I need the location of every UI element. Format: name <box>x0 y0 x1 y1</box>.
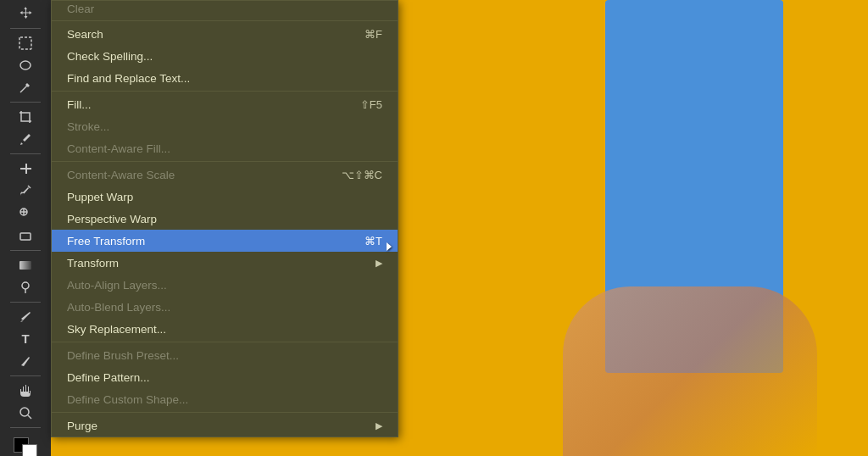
menu-item-content-aware-scale[interactable]: Content-Aware Scale ⌥⇧⌘C <box>52 164 398 186</box>
menu-separator-1 <box>52 91 398 92</box>
svg-rect-6 <box>19 261 31 270</box>
menu-item-content-aware-fill[interactable]: Content-Aware Fill... <box>52 137 398 159</box>
menu-item-puppet-warp-label: Puppet Warp <box>67 191 382 203</box>
dodge-tool[interactable] <box>10 277 41 298</box>
svg-point-1 <box>20 61 31 70</box>
menu-item-define-pattern[interactable]: Define Pattern... <box>52 366 398 388</box>
menu-item-find-replace-label: Find and Replace Text... <box>67 72 382 85</box>
type-tool[interactable]: T <box>10 329 41 349</box>
menu-separator-2 <box>52 161 398 162</box>
menu-item-perspective-warp-label: Perspective Warp <box>67 213 382 225</box>
menu-item-check-spelling[interactable]: Check Spelling... <box>52 45 398 67</box>
menu-separator-3 <box>52 342 398 342</box>
clone-tool[interactable] <box>10 203 41 224</box>
menu-item-define-brush-label: Define Brush Preset... <box>67 349 382 362</box>
tool-separator-2 <box>10 102 41 103</box>
menu-item-search[interactable]: Search ⌘F <box>52 23 398 45</box>
path-select-tool[interactable] <box>10 351 41 371</box>
menu-item-check-spelling-label: Check Spelling... <box>67 50 382 63</box>
svg-point-8 <box>20 408 29 416</box>
menu-separator-4 <box>52 412 398 413</box>
tool-separator-7 <box>10 427 41 428</box>
tool-separator-3 <box>10 153 41 154</box>
menu-item-sky-replacement-label: Sky Replacement... <box>67 323 382 336</box>
menu-item-define-pattern-label: Define Pattern... <box>67 371 382 384</box>
select-tool[interactable] <box>10 33 41 53</box>
tool-separator-4 <box>10 250 41 251</box>
menu-item-content-aware-fill-label: Content-Aware Fill... <box>67 142 382 155</box>
hand-area <box>563 286 817 456</box>
magic-wand-tool[interactable] <box>10 77 41 97</box>
menu-item-purge[interactable]: Purge ▶ <box>52 414 398 437</box>
brush-tool[interactable] <box>10 181 41 201</box>
menu-item-define-brush[interactable]: Define Brush Preset... <box>52 344 398 366</box>
svg-rect-0 <box>19 37 31 49</box>
menu-separator-top <box>52 20 398 21</box>
menu-item-puppet-warp[interactable]: Puppet Warp <box>52 186 398 208</box>
svg-point-7 <box>22 282 29 289</box>
menu-item-search-shortcut: ⌘F <box>364 28 382 41</box>
menu-item-auto-blend-label: Auto-Blend Layers... <box>67 301 382 314</box>
crop-tool[interactable] <box>10 107 41 127</box>
menu-item-transform-label: Transform <box>67 257 367 270</box>
menu-item-perspective-warp[interactable]: Perspective Warp <box>52 208 398 230</box>
tool-separator-5 <box>10 302 41 303</box>
menu-item-free-transform-label: Free Transform <box>67 235 348 247</box>
photoshop-toolbar: T <box>0 0 51 456</box>
edit-dropdown-menu: Clear Search ⌘F Check Spelling... Find a… <box>51 0 398 437</box>
menu-item-define-custom-shape[interactable]: Define Custom Shape... <box>52 388 398 410</box>
menu-item-stroke[interactable]: Stroke... <box>52 115 398 137</box>
color-swatches[interactable] <box>10 436 41 456</box>
menu-item-sky-replacement[interactable]: Sky Replacement... <box>52 318 398 340</box>
menu-item-transform-arrow: ▶ <box>376 258 382 269</box>
menu-item-purge-arrow: ▶ <box>376 420 382 431</box>
eraser-tool[interactable] <box>10 225 41 246</box>
menu-item-auto-align-label: Auto-Align Layers... <box>67 279 382 292</box>
lasso-tool[interactable] <box>10 55 41 75</box>
menu-item-define-custom-shape-label: Define Custom Shape... <box>67 393 382 406</box>
menu-item-find-replace[interactable]: Find and Replace Text... <box>52 67 398 89</box>
tool-separator-1 <box>10 28 41 29</box>
svg-line-9 <box>28 415 31 419</box>
menu-item-auto-align[interactable]: Auto-Align Layers... <box>52 274 398 296</box>
healing-tool[interactable] <box>10 158 41 179</box>
hand-tool[interactable] <box>10 381 41 401</box>
menu-item-auto-blend[interactable]: Auto-Blend Layers... <box>52 296 398 318</box>
svg-line-2 <box>20 86 27 92</box>
zoom-tool[interactable] <box>10 403 41 423</box>
menu-item-clear[interactable]: Clear <box>52 1 398 19</box>
menu-item-transform[interactable]: Transform ▶ <box>52 252 398 274</box>
menu-item-purge-label: Purge <box>67 420 367 432</box>
tool-separator-6 <box>10 375 41 376</box>
menu-item-free-transform[interactable]: Free Transform ⌘T <box>52 230 398 252</box>
menu-item-clear-label: Clear <box>67 3 94 15</box>
menu-item-fill[interactable]: Fill... ⇧F5 <box>52 93 398 115</box>
menu-item-free-transform-shortcut: ⌘T <box>364 235 382 247</box>
menu-item-fill-shortcut: ⇧F5 <box>360 98 382 111</box>
menu-item-stroke-label: Stroke... <box>67 120 382 133</box>
menu-item-content-aware-scale-label: Content-Aware Scale <box>67 169 325 181</box>
menu-item-content-aware-scale-shortcut: ⌥⇧⌘C <box>342 169 382 181</box>
move-tool[interactable] <box>10 3 41 24</box>
eyedropper-tool[interactable] <box>10 129 41 149</box>
menu-item-fill-label: Fill... <box>67 98 343 111</box>
menu-item-search-label: Search <box>67 28 348 41</box>
svg-rect-5 <box>20 233 31 240</box>
gradient-tool[interactable] <box>10 255 41 275</box>
pen-tool[interactable] <box>10 307 41 327</box>
